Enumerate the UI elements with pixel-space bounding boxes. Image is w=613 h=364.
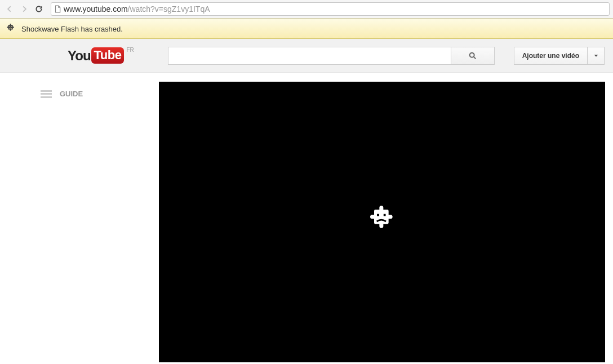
infobar-message: Shockwave Flash has crashed. bbox=[21, 25, 123, 33]
forward-button[interactable] bbox=[18, 3, 30, 15]
svg-rect-1 bbox=[11, 26, 12, 27]
region-code: FR bbox=[126, 47, 134, 53]
content-area: GUIDE bbox=[0, 73, 613, 364]
guide-label: GUIDE bbox=[60, 90, 83, 98]
masthead-right: Ajouter une vidéo bbox=[514, 47, 605, 65]
logo-you: You bbox=[68, 48, 91, 64]
search-icon bbox=[468, 51, 477, 60]
browser-toolbar: www.youtube.com/watch?v=sgZ1vy1ITqA bbox=[0, 0, 613, 19]
url-text: www.youtube.com/watch?v=sgZ1vy1ITqA bbox=[64, 5, 210, 14]
reload-button[interactable] bbox=[33, 3, 45, 15]
page-icon bbox=[54, 5, 61, 13]
youtube-header: You Tube FR Ajouter une vidéo bbox=[0, 39, 613, 73]
crashed-plugin-icon bbox=[366, 206, 398, 239]
chevron-down-icon bbox=[593, 53, 599, 59]
upload-button[interactable]: Ajouter une vidéo bbox=[514, 47, 588, 65]
address-bar[interactable]: www.youtube.com/watch?v=sgZ1vy1ITqA bbox=[51, 2, 610, 16]
upload-label: Ajouter une vidéo bbox=[522, 52, 579, 60]
search-input[interactable] bbox=[168, 47, 451, 65]
sidebar: GUIDE bbox=[0, 73, 159, 364]
url-path: /watch?v=sgZ1vy1ITqA bbox=[128, 5, 210, 14]
hamburger-icon bbox=[41, 90, 52, 98]
svg-point-2 bbox=[469, 52, 474, 57]
svg-rect-0 bbox=[9, 26, 10, 27]
svg-rect-3 bbox=[377, 214, 379, 216]
url-domain: www.youtube.com bbox=[64, 5, 128, 14]
logo-tube: Tube bbox=[91, 47, 125, 64]
player-area bbox=[159, 73, 613, 364]
video-player[interactable] bbox=[159, 82, 605, 362]
search-group bbox=[168, 47, 495, 65]
svg-rect-4 bbox=[384, 214, 386, 216]
upload-menu-button[interactable] bbox=[588, 47, 605, 65]
youtube-logo[interactable]: You Tube FR bbox=[68, 47, 134, 64]
plugin-crash-icon bbox=[6, 24, 16, 34]
guide-toggle[interactable]: GUIDE bbox=[41, 90, 148, 98]
search-button[interactable] bbox=[451, 47, 495, 65]
back-button[interactable] bbox=[3, 3, 16, 15]
crash-infobar: Shockwave Flash has crashed. bbox=[0, 19, 613, 39]
